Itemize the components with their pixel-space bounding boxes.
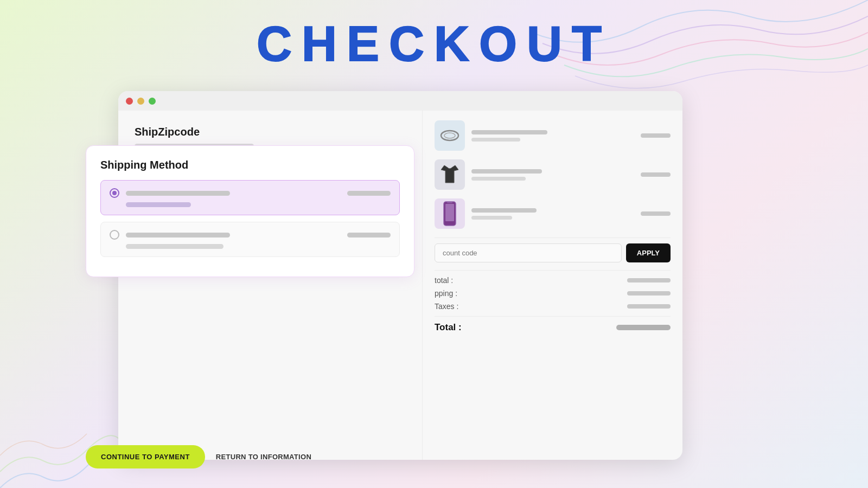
radio-unselected-icon[interactable] xyxy=(110,230,119,240)
product-name-bar-2 xyxy=(471,169,542,174)
product-image-phone xyxy=(435,198,465,229)
product-row-2 xyxy=(435,159,671,190)
shipping-method-title: Shipping Method xyxy=(100,159,400,171)
product-price-2 xyxy=(641,172,671,177)
summary-taxes-row: Taxes : xyxy=(435,302,671,311)
discount-row: APPLY xyxy=(435,243,671,262)
svg-point-1 xyxy=(444,133,455,138)
browser-titlebar xyxy=(118,91,682,111)
product-image-ring xyxy=(435,120,465,151)
minimize-dot[interactable] xyxy=(137,98,144,105)
product-row-3 xyxy=(435,198,671,229)
ship-zipcode-title: ShipZipcode xyxy=(135,126,406,138)
divider-1 xyxy=(435,237,671,238)
right-panel: APPLY total : pping : Taxes : Total : xyxy=(422,111,682,460)
summary-subtotal-row: total : xyxy=(435,276,671,285)
summary-shipping-row: pping : xyxy=(435,289,671,298)
product-sub-bar-1 xyxy=(471,138,520,142)
shipping-method-panel: Shipping Method xyxy=(86,145,414,277)
close-dot[interactable] xyxy=(126,98,133,105)
svg-rect-3 xyxy=(445,204,454,221)
taxes-value xyxy=(627,304,671,309)
taxes-label: Taxes : xyxy=(435,302,458,311)
shipping-option-1-label xyxy=(126,191,230,196)
discount-input[interactable] xyxy=(435,243,622,262)
product-image-shirt xyxy=(435,159,465,190)
shipping-option-2[interactable] xyxy=(100,222,400,257)
product-price-3 xyxy=(641,211,671,216)
product-sub-bar-3 xyxy=(471,216,512,220)
page-title: CHECKOUT xyxy=(0,0,868,72)
svg-point-0 xyxy=(441,131,458,140)
product-sub-bar-2 xyxy=(471,177,526,181)
summary-total-row: Total : xyxy=(435,322,671,333)
total-label: Total : xyxy=(435,322,462,333)
action-buttons: CONTINUE TO PAYMENT RETURN TO INFORMATIO… xyxy=(86,445,311,468)
apply-button[interactable]: APPLY xyxy=(626,243,671,262)
subtotal-label: total : xyxy=(435,276,453,285)
product-name-bar-1 xyxy=(471,130,547,134)
divider-2 xyxy=(435,270,671,271)
shipping-option-2-sub xyxy=(126,244,224,249)
continue-payment-button[interactable]: CONTINUE TO PAYMENT xyxy=(86,445,205,468)
shipping-option-2-label xyxy=(126,233,230,237)
subtotal-value xyxy=(627,278,671,282)
product-price-1 xyxy=(641,133,671,138)
radio-selected-icon[interactable] xyxy=(110,188,119,198)
maximize-dot[interactable] xyxy=(149,98,156,105)
shipping-label: pping : xyxy=(435,289,457,298)
product-name-bar-3 xyxy=(471,208,537,213)
shipping-option-1-sub xyxy=(126,202,191,207)
total-value xyxy=(616,325,671,330)
product-info-3 xyxy=(471,208,634,220)
divider-3 xyxy=(435,316,671,317)
shipping-option-1[interactable] xyxy=(100,180,400,215)
return-information-button[interactable]: RETURN TO INFORMATION xyxy=(216,453,311,461)
shipping-option-2-price xyxy=(347,233,391,237)
product-info-1 xyxy=(471,130,634,142)
product-row-1 xyxy=(435,120,671,151)
shipping-value xyxy=(627,291,671,296)
product-info-2 xyxy=(471,169,634,181)
shipping-option-1-price xyxy=(347,191,391,196)
